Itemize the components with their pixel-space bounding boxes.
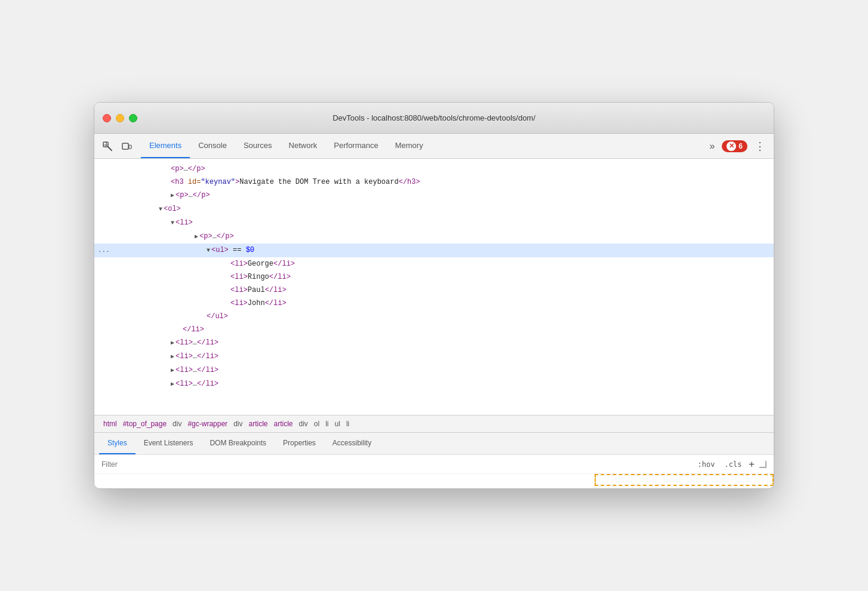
dom-line[interactable]: ▶ <li>…</li> (94, 336, 774, 350)
tab-memory[interactable]: Memory (387, 134, 432, 158)
filter-bar: :hov .cls + (94, 455, 774, 474)
toolbar-icons (99, 138, 135, 155)
dots-label: ... (98, 244, 110, 256)
dom-panel[interactable]: <p>…</p> <h3 id="keynav">Navigate the DO… (94, 159, 774, 415)
titlebar: DevTools - localhost:8080/web/tools/chro… (94, 103, 774, 134)
sub-tab-event-listeners[interactable]: Event Listeners (136, 433, 202, 454)
breadcrumb-item-div3[interactable]: div (297, 419, 310, 429)
svg-rect-1 (122, 143, 128, 149)
toolbar-right: » ✕ 6 ⋮ (706, 137, 769, 155)
error-badge[interactable]: ✕ 6 (722, 140, 747, 152)
minimize-button[interactable] (116, 114, 124, 122)
tab-network[interactable]: Network (281, 134, 326, 158)
bottom-panel: Styles Event Listeners DOM Breakpoints P… (94, 433, 774, 488)
filter-input[interactable] (101, 460, 691, 469)
window-title: DevTools - localhost:8080/web/tools/chro… (333, 113, 535, 122)
devtools-window: DevTools - localhost:8080/web/tools/chro… (94, 102, 774, 489)
dom-line[interactable]: ▶ <li>…</li> (94, 377, 774, 391)
dom-line[interactable]: <li>George</li> (94, 257, 774, 270)
hov-button[interactable]: :hov (695, 459, 718, 470)
sub-tabs: Styles Event Listeners DOM Breakpoints P… (94, 433, 774, 455)
dom-line[interactable]: </ul> (94, 310, 774, 323)
dom-line[interactable]: ▼ <li> (94, 216, 774, 230)
sub-tab-accessibility[interactable]: Accessibility (324, 433, 380, 454)
tab-console[interactable]: Console (190, 134, 235, 158)
sub-tab-properties[interactable]: Properties (275, 433, 324, 454)
breadcrumb: html #top_of_page div #gc-wrapper div ar… (94, 415, 774, 433)
breadcrumb-item-div2[interactable]: div (232, 419, 244, 429)
tab-performance[interactable]: Performance (325, 134, 386, 158)
breadcrumb-item-div1[interactable]: div (171, 419, 183, 429)
breadcrumb-item-li2[interactable]: li (344, 419, 351, 429)
svg-rect-2 (129, 145, 131, 149)
breadcrumb-item-article2[interactable]: article (272, 419, 294, 429)
error-icon: ✕ (727, 141, 736, 151)
more-tabs-button[interactable]: » (706, 138, 718, 154)
main-tabs: Elements Console Sources Network Perform… (141, 134, 432, 158)
dom-line[interactable]: ▶ <li>…</li> (94, 350, 774, 364)
dom-line[interactable]: <li>Paul</li> (94, 284, 774, 297)
dom-line[interactable]: <p>…</p> (94, 162, 774, 176)
breadcrumb-item-ul[interactable]: ul (333, 419, 342, 429)
dom-line[interactable]: <li>Ringo</li> (94, 270, 774, 284)
inspector-icon[interactable] (99, 138, 116, 155)
dom-line[interactable]: </li> (94, 323, 774, 336)
dashed-outline-hint (595, 474, 774, 486)
filter-bar-wrapper: :hov .cls + (94, 455, 774, 488)
breadcrumb-item-li1[interactable]: li (324, 419, 330, 429)
tab-sources[interactable]: Sources (235, 134, 281, 158)
dom-line[interactable]: ▼ <ol> (94, 202, 774, 216)
error-count: 6 (738, 142, 743, 150)
dom-line[interactable]: <li>John</li> (94, 297, 774, 310)
breadcrumb-item-article1[interactable]: article (247, 419, 269, 429)
dom-line-selected[interactable]: ... ▼ <ul> == $0 (94, 244, 774, 257)
tab-elements[interactable]: Elements (141, 134, 190, 158)
dom-line[interactable]: ▶ <li>…</li> (94, 364, 774, 377)
dom-line[interactable]: ▶ <p>…</p> (94, 189, 774, 202)
dom-line[interactable]: ▶ <p>…</p> (94, 230, 774, 244)
breadcrumb-item-top[interactable]: #top_of_page (121, 419, 168, 429)
add-style-button[interactable]: + (749, 458, 755, 470)
maximize-button[interactable] (129, 114, 137, 122)
main-toolbar: Elements Console Sources Network Perform… (94, 134, 774, 159)
close-button[interactable] (103, 114, 111, 122)
traffic-lights (103, 114, 137, 122)
menu-button[interactable]: ⋮ (751, 137, 769, 155)
cls-button[interactable]: .cls (722, 459, 744, 470)
device-toggle-icon[interactable] (118, 138, 135, 155)
filter-actions: :hov .cls + (695, 458, 767, 470)
dom-line[interactable]: <h3 id="keynav">Navigate the DOM Tree wi… (94, 176, 774, 189)
svg-rect-0 (103, 142, 108, 147)
breadcrumb-item-ol[interactable]: ol (312, 419, 321, 429)
sub-tab-styles[interactable]: Styles (99, 433, 136, 454)
breadcrumb-item-html[interactable]: html (101, 419, 119, 429)
resize-handle[interactable] (759, 461, 767, 468)
breadcrumb-item-gc[interactable]: #gc-wrapper (186, 419, 229, 429)
sub-tab-dom-breakpoints[interactable]: DOM Breakpoints (201, 433, 275, 454)
